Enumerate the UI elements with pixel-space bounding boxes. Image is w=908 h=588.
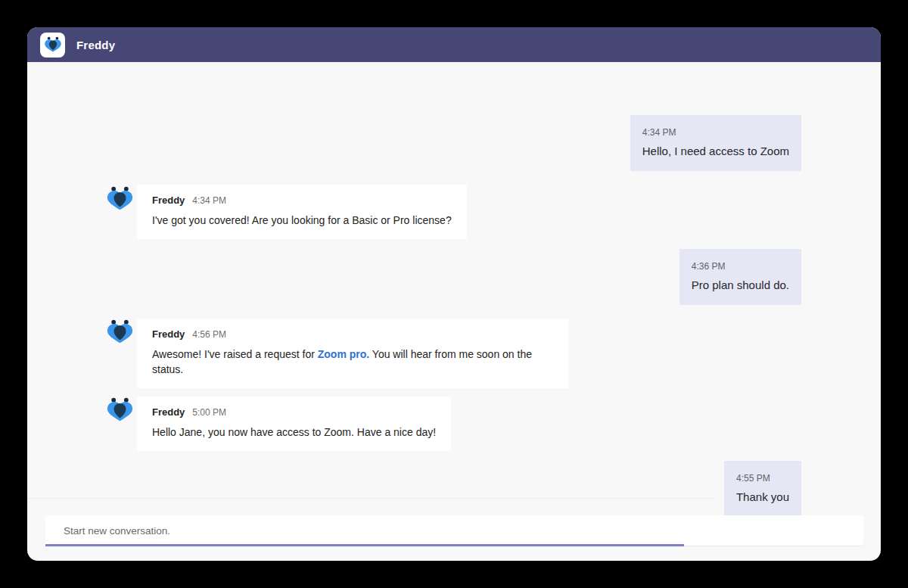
message-timestamp: 5:00 PM: [192, 406, 226, 418]
zoom-pro-link[interactable]: Zoom pro.: [318, 348, 369, 360]
message-timestamp: 4:55 PM: [736, 472, 789, 484]
bot-message: Freddy 4:56 PM Awesome! I've raised a re…: [137, 319, 568, 388]
freddy-avatar-icon: [106, 186, 134, 211]
message-text: Thank you: [736, 490, 789, 505]
user-message: 4:36 PM Pro plan should do.: [679, 249, 801, 305]
message-timestamp: 4:34 PM: [642, 126, 789, 138]
message-list: 4:34 PM Hello, I need access to Zoom Fre…: [27, 62, 881, 561]
message-text: Awesome! I've raised a request for Zoom …: [152, 347, 553, 377]
message-text: Pro plan should do.: [692, 278, 789, 293]
bot-name: Freddy: [152, 194, 185, 207]
message-text-before: Awesome! I've raised a request for: [152, 348, 318, 360]
chat-title: Freddy: [76, 39, 115, 51]
message-timestamp: 4:34 PM: [192, 194, 226, 207]
composer-accent-underline: [45, 544, 684, 546]
freddy-logo-icon: [40, 33, 65, 58]
bot-message: Freddy 5:00 PM Hello Jane, you now have …: [137, 397, 451, 451]
chat-header: Freddy: [27, 27, 881, 62]
freddy-avatar-icon: [106, 397, 134, 422]
message-text: I've got you covered! Are you looking fo…: [152, 213, 452, 228]
bot-name: Freddy: [152, 328, 185, 341]
freddy-avatar-icon: [106, 319, 134, 344]
message-timestamp: 4:36 PM: [692, 260, 789, 272]
chat-window: Freddy 4:34 PM Hello, I need access to Z…: [27, 27, 881, 561]
user-message: 4:34 PM Hello, I need access to Zoom: [630, 115, 801, 171]
bot-message: Freddy 4:34 PM I've got you covered! Are…: [137, 185, 467, 239]
bot-name: Freddy: [152, 406, 185, 418]
message-text: Hello Jane, you now have access to Zoom.…: [152, 425, 436, 440]
user-message: 4:55 PM Thank you: [724, 461, 801, 517]
message-timestamp: 4:56 PM: [192, 328, 226, 341]
message-text: Hello, I need access to Zoom: [642, 144, 789, 159]
composer-divider: [27, 498, 715, 499]
new-conversation-input[interactable]: [45, 515, 863, 546]
composer: [45, 515, 863, 546]
